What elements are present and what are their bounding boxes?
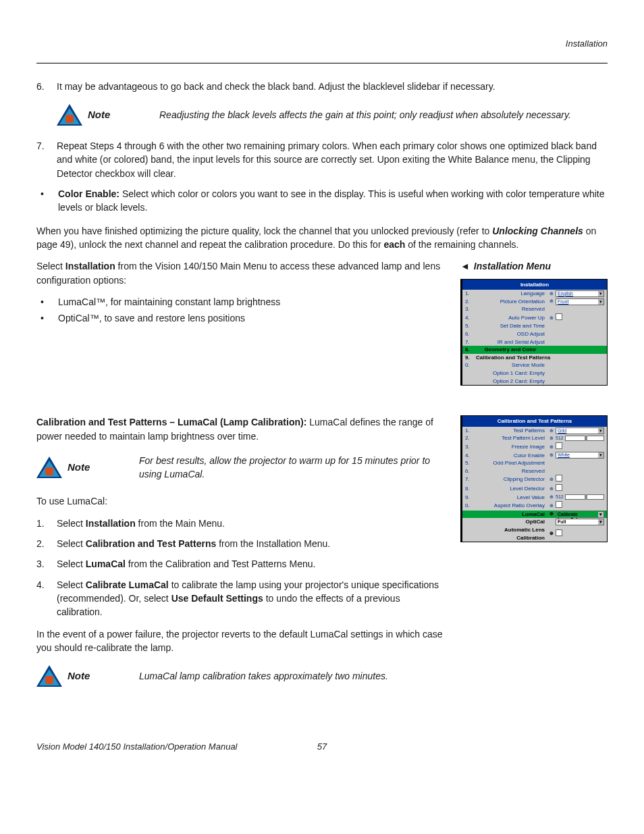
- note-2: Note For best results, allow the project…: [36, 454, 444, 481]
- freeze-image-checkbox[interactable]: [556, 442, 562, 449]
- step-7-text: Repeat Steps 4 through 6 with the other …: [57, 139, 608, 180]
- paragraph-lumacal-intro: Calibration and Test Patterns – LumaCal …: [36, 415, 444, 443]
- optical-dropdown[interactable]: Full▾: [556, 519, 604, 525]
- step-list-7: 7. Repeat Steps 4 through 6 with the oth…: [36, 139, 608, 180]
- test-pattern-level-slider[interactable]: 512: [556, 436, 604, 441]
- chevron-down-icon: ▾: [598, 428, 603, 434]
- to-use-lumacal: To use LumaCal:: [36, 494, 444, 508]
- side-heading-installation-menu: ◄ Installation Menu: [460, 259, 608, 273]
- note-label: Note: [88, 107, 110, 122]
- note-3-text: LumaCal lamp calibration takes approxima…: [139, 669, 444, 683]
- clipping-detector-checkbox[interactable]: [556, 475, 562, 481]
- note-icon: [57, 104, 82, 126]
- bullet-color-enable-label: Color Enable:: [58, 188, 119, 199]
- step-7-number: 7.: [36, 139, 57, 180]
- note-icon: [36, 665, 62, 687]
- lumacal-row[interactable]: LumaCal⊕Calibrate LumaCal▾: [462, 511, 607, 519]
- auto-lens-calibration-row[interactable]: Automatic Lens Calibration⊕: [462, 526, 607, 542]
- paragraph-lock: When you have finished optimizing the pi…: [36, 224, 608, 252]
- note-3: Note LumaCal lamp calibration takes appr…: [36, 665, 444, 687]
- lumacal-dropdown[interactable]: Calibrate LumaCal▾: [556, 511, 604, 518]
- option-optical: OptiCal™, to save and restore lens posit…: [58, 311, 245, 325]
- bullet-dot: •: [36, 187, 58, 215]
- note-icon: [36, 457, 62, 478]
- lumacal-steps: 1.Select Installation from the Main Menu…: [36, 517, 444, 619]
- note-1: Note Readjusting the black levels affect…: [57, 104, 608, 126]
- section-header: Installation: [36, 38, 608, 51]
- test-patterns-dropdown[interactable]: Grid▾: [556, 427, 604, 434]
- auto-power-up-checkbox[interactable]: [556, 313, 562, 320]
- chevron-down-icon: ▾: [598, 519, 603, 525]
- calibration-menu: Calibration and Test Patterns 1.Test Pat…: [460, 415, 608, 542]
- bullet-list: • Color Enable: Select which color or co…: [36, 187, 608, 215]
- footer-page-number: 57: [312, 741, 332, 754]
- picture-orientation-dropdown[interactable]: Front▾: [556, 298, 604, 305]
- language-dropdown[interactable]: English▾: [556, 290, 604, 297]
- aspect-ratio-overlay-checkbox[interactable]: [556, 501, 562, 508]
- step-6-text: It may be advantageous to go back and ch…: [57, 80, 495, 93]
- chevron-down-icon: ▾: [598, 512, 603, 517]
- calibration-test-patterns-row[interactable]: 9.Calibration and Test Patterns: [462, 354, 607, 362]
- chevron-down-icon: ▾: [598, 291, 603, 296]
- step-6: 6. It may be advantageous to go back and…: [36, 80, 608, 93]
- chevron-down-icon: ▾: [598, 299, 603, 305]
- installation-menu: Installation 1.Language⊕English▾ 2.Pictu…: [460, 279, 608, 386]
- auto-lens-calibration-checkbox[interactable]: [556, 529, 562, 536]
- footer: Vision Model 140/150 Installation/Operat…: [36, 741, 608, 754]
- level-detector-checkbox[interactable]: [556, 484, 562, 491]
- optical-row[interactable]: OptiCalFull▾: [462, 518, 607, 526]
- chevron-down-icon: ▾: [598, 452, 603, 458]
- level-value-slider[interactable]: 512: [556, 494, 604, 500]
- note-1-text: Readjusting the black levels affects the…: [159, 108, 608, 122]
- note-label: Note: [68, 669, 90, 683]
- geometry-color-row[interactable]: 8.Geometry and Color: [462, 346, 607, 354]
- step-6-number: 6.: [36, 80, 57, 93]
- arrow-left-icon: ◄: [460, 259, 470, 273]
- note-label: Note: [68, 460, 90, 475]
- installation-menu-title: Installation: [462, 280, 607, 290]
- paragraph-power-failure: In the event of a power failure, the pro…: [36, 627, 444, 655]
- color-enable-dropdown[interactable]: White▾: [556, 452, 604, 459]
- step-list-top: 6. It may be advantageous to go back and…: [36, 80, 608, 93]
- bullet-color-enable-text: Select which color or colors you want to…: [58, 188, 605, 213]
- calibration-menu-title: Calibration and Test Patterns: [462, 416, 607, 427]
- bullet-color-enable: • Color Enable: Select which color or co…: [36, 187, 608, 215]
- step-7: 7. Repeat Steps 4 through 6 with the oth…: [36, 139, 608, 180]
- link-unlocking-channels[interactable]: Unlocking Channels: [492, 226, 583, 236]
- options-list: •LumaCal™, for maintaining constant lamp…: [36, 295, 444, 325]
- option-lumacal: LumaCal™, for maintaining constant lamp …: [58, 295, 280, 309]
- paragraph-install: Select Installation from the Vision 140/…: [36, 259, 444, 287]
- footer-title: Vision Model 140/150 Installation/Operat…: [36, 741, 312, 754]
- header-rule: [36, 63, 608, 63]
- note-2-text: For best results, allow the projector to…: [139, 454, 444, 481]
